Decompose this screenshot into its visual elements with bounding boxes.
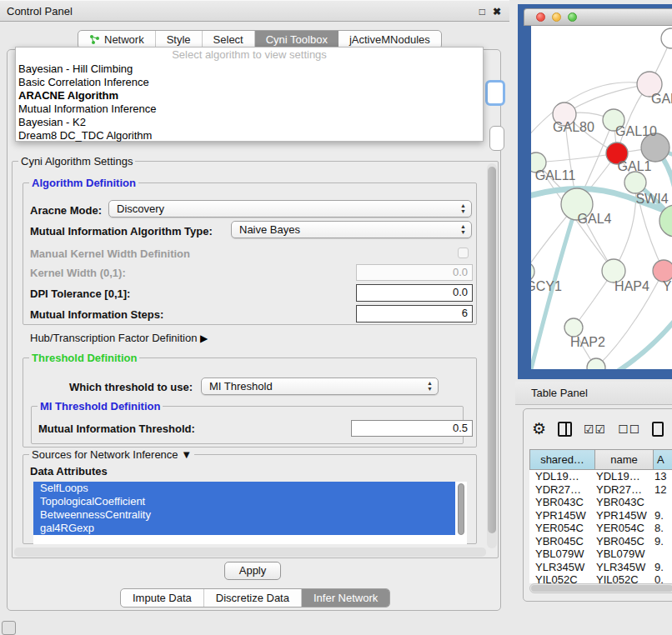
mi-type-combo[interactable]: Naive Bayes ▲▼ bbox=[231, 221, 472, 238]
node-hap4-label: HAP4 bbox=[614, 279, 649, 293]
table-cell: YDR27… bbox=[529, 483, 594, 497]
deselect-all-checkboxes-icon[interactable]: ☐☐ bbox=[618, 422, 640, 436]
column-layout-icon[interactable] bbox=[558, 422, 572, 437]
tab-network[interactable]: Network bbox=[78, 31, 156, 48]
table-row[interactable]: YDR27…YDR27…12 bbox=[529, 483, 672, 497]
table-panel-titlebar: Table Panel bbox=[515, 382, 672, 405]
algorithm-option[interactable]: ARACNE Algorithm bbox=[16, 89, 483, 102]
network-edge[interactable] bbox=[564, 84, 649, 114]
table-cell: 9. bbox=[653, 535, 672, 548]
table-row[interactable]: YER054CYER054C8. bbox=[529, 522, 672, 535]
node-swi4[interactable] bbox=[624, 172, 646, 193]
column-header-partial[interactable]: A bbox=[654, 450, 672, 469]
aracne-mode-value: Discovery bbox=[117, 202, 164, 215]
network-edge[interactable] bbox=[536, 153, 617, 162]
column-header-shared[interactable]: shared… bbox=[530, 450, 595, 469]
network-window-titlebar[interactable] bbox=[524, 8, 672, 26]
node-gal10-label: GAL10 bbox=[615, 124, 657, 138]
table-cell bbox=[653, 548, 672, 561]
table-cell: YIL052C bbox=[594, 573, 653, 583]
table-cell: 9. bbox=[653, 561, 672, 574]
mi-steps-field[interactable]: 6 bbox=[356, 305, 473, 322]
tab-select[interactable]: Select bbox=[203, 31, 255, 48]
settings-vertical-scrollbar[interactable] bbox=[487, 163, 497, 548]
mi-type-value: Naive Bayes bbox=[239, 223, 300, 236]
kernel-width-field[interactable]: 0.0 bbox=[356, 264, 473, 281]
column-header-name[interactable]: name bbox=[595, 450, 654, 469]
window-minimize-icon[interactable] bbox=[552, 12, 561, 22]
control-panel-title: Control Panel bbox=[7, 5, 73, 18]
window-zoom-icon[interactable] bbox=[568, 12, 577, 22]
tab-impute-data[interactable]: Impute Data bbox=[121, 589, 204, 607]
which-threshold-value: MI Threshold bbox=[209, 380, 273, 392]
cyni-algorithm-settings-title: Cyni Algorithm Settings bbox=[18, 155, 135, 168]
which-threshold-combo[interactable]: MI Threshold ▲▼ bbox=[201, 378, 439, 395]
data-attribute-item[interactable]: TopologicalCoefficient bbox=[33, 495, 455, 508]
network-canvas[interactable]: GALGAL80GAL10GAL1GAL11SWI4GAL4GCY1HAP4YH… bbox=[531, 26, 672, 369]
hub-definition-toggle[interactable]: Hub/Transcription Factor Definition ▶ bbox=[30, 332, 208, 344]
table-cell: 12 bbox=[653, 483, 672, 497]
select-all-checkboxes-icon[interactable]: ☑☑ bbox=[584, 422, 606, 436]
attributes-scrollbar[interactable] bbox=[458, 483, 464, 535]
node-bottom[interactable] bbox=[587, 358, 605, 369]
stepper-arrows-icon: ▲▼ bbox=[460, 223, 466, 235]
table-row[interactable]: YBL079WYBL079W bbox=[529, 548, 672, 561]
node-gal1-label: GAL1 bbox=[618, 159, 652, 173]
algorithm-options-list: Bayesian - Hill ClimbingBasic Correlatio… bbox=[16, 62, 483, 142]
tab-jactivemnodules-label: jActiveMNodules bbox=[349, 31, 430, 48]
table-cell: YDL19… bbox=[529, 470, 594, 483]
aracne-mode-label: Aracne Mode: bbox=[30, 204, 102, 217]
aracne-mode-combo[interactable]: Discovery ▲▼ bbox=[108, 200, 472, 218]
table-cell: YER054C bbox=[529, 522, 594, 535]
table-cell: YDR27… bbox=[594, 483, 653, 497]
algorithm-dropdown-placeholder: Select algorithm to view settings bbox=[16, 48, 483, 62]
sources-group-title[interactable]: Sources for Network Inference ▼ bbox=[29, 448, 194, 461]
mi-threshold-field[interactable]: 0.5 bbox=[351, 420, 473, 437]
data-attribute-item[interactable]: BetweennessCentrality bbox=[33, 508, 455, 522]
table-settings-gear-icon[interactable]: ⚙ bbox=[532, 421, 546, 438]
table-row[interactable]: YDL19…YDL19…13 bbox=[529, 470, 672, 483]
apply-button[interactable]: Apply bbox=[224, 562, 281, 580]
algorithm-option[interactable]: Bayesian - K2 bbox=[16, 116, 483, 129]
algorithm-option[interactable]: Dream8 DC_TDC Algorithm bbox=[16, 129, 483, 142]
tab-infer-network[interactable]: Infer Network bbox=[302, 589, 389, 607]
table-horizontal-scrollbar[interactable] bbox=[529, 583, 672, 593]
data-table-combo-fragment[interactable] bbox=[489, 126, 504, 151]
data-attributes-list[interactable]: SelfLoopsTopologicalCoefficientBetweenne… bbox=[33, 482, 467, 544]
table-cell: YPR145W bbox=[529, 509, 594, 522]
docked-panel-icon[interactable] bbox=[2, 621, 16, 635]
tab-jactivemnodules[interactable]: jActiveMNodules bbox=[339, 31, 441, 48]
node-swi4-label: SWI4 bbox=[635, 192, 668, 206]
network-edge-highlighted[interactable] bbox=[608, 299, 672, 369]
table-cell: YBR043C bbox=[594, 496, 653, 509]
new-table-icon[interactable] bbox=[652, 422, 664, 437]
window-close-icon[interactable] bbox=[536, 12, 545, 22]
inference-algorithm-combo-fragment[interactable] bbox=[485, 80, 505, 106]
node-top-right[interactable] bbox=[661, 28, 672, 48]
algorithm-option[interactable]: Bayesian - Hill Climbing bbox=[16, 62, 483, 76]
algorithm-dropdown-popup: Select algorithm to view settings Bayesi… bbox=[15, 47, 484, 142]
data-attribute-item[interactable]: gal4RGexp bbox=[33, 522, 455, 535]
close-panel-icon[interactable]: ✖ bbox=[493, 7, 501, 17]
node-hap2[interactable] bbox=[564, 318, 583, 337]
algorithm-option[interactable]: Basic Correlation Inference bbox=[16, 76, 483, 89]
tab-cyni-toolbox[interactable]: Cyni Toolbox bbox=[255, 31, 339, 48]
table-row[interactable]: YBR045CYBR045C9. bbox=[529, 535, 672, 548]
dpi-tolerance-field[interactable]: 0.0 bbox=[356, 284, 473, 302]
float-panel-icon[interactable]: □ bbox=[479, 7, 485, 17]
settings-horizontal-scrollbar[interactable] bbox=[14, 548, 486, 557]
tab-discretize-data[interactable]: Discretize Data bbox=[204, 589, 302, 607]
algorithm-option[interactable]: Mutual Information Inference bbox=[16, 102, 483, 116]
table-cell: YER054C bbox=[594, 522, 653, 535]
table-row[interactable]: YIL052CYIL052C0. bbox=[529, 573, 672, 583]
manual-kernel-checkbox[interactable] bbox=[458, 248, 469, 258]
table-row[interactable]: YPR145WYPR145W9. bbox=[529, 509, 672, 522]
tab-style[interactable]: Style bbox=[156, 31, 203, 48]
table-toolbar: ⚙ ☑☑ ☐☐ bbox=[532, 419, 672, 439]
network-icon bbox=[89, 34, 100, 45]
data-attribute-item[interactable]: SelfLoops bbox=[33, 482, 455, 495]
network-window-frame[interactable]: GALGAL80GAL10GAL1GAL11SWI4GAL4GCY1HAP4YH… bbox=[518, 4, 672, 379]
table-cell: YDL19… bbox=[594, 470, 653, 483]
table-row[interactable]: YBR043CYBR043C bbox=[529, 496, 672, 509]
table-row[interactable]: YLR345WYLR345W9. bbox=[529, 561, 672, 574]
